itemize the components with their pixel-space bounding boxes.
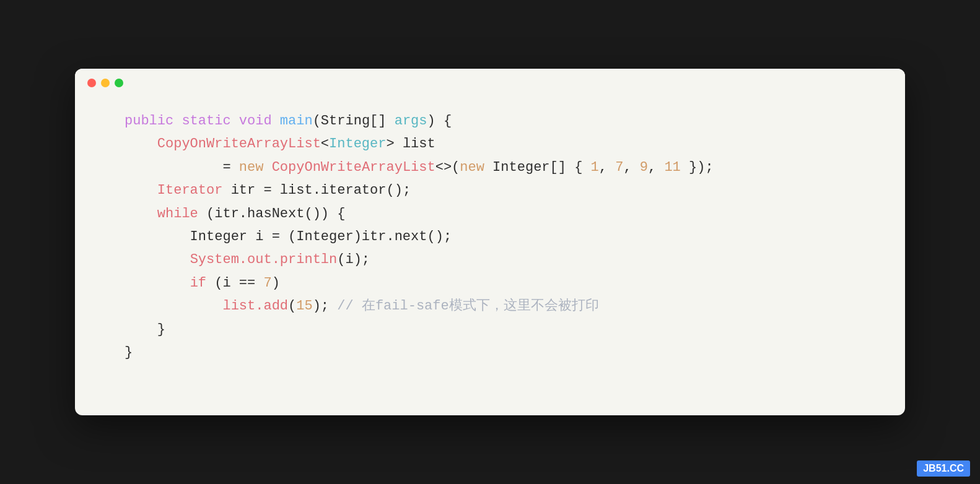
class-cowal: CopyOnWriteArrayList <box>157 132 321 155</box>
keyword-public: public <box>125 110 173 132</box>
code-line-11: } <box>125 341 855 364</box>
type-integer: Integer <box>329 132 386 155</box>
num-9: 9 <box>640 156 648 179</box>
code-line-9: list.add ( 15 ); // 在fail-safe模式下，这里不会被打… <box>125 295 855 318</box>
titlebar <box>75 69 905 97</box>
num-15: 15 <box>296 295 312 318</box>
code-line-10: } <box>125 318 855 341</box>
keyword-static: static <box>182 110 230 132</box>
code-block: public static void main (String[] args )… <box>75 97 905 389</box>
num-7: 7 <box>615 156 623 179</box>
code-line-3: = new CopyOnWriteArrayList <>( new Integ… <box>125 156 855 179</box>
keyword-new-2: new <box>460 156 484 179</box>
keyword-new-1: new <box>239 156 264 179</box>
class-system: System.out.println <box>190 248 338 271</box>
minimize-button[interactable] <box>101 79 110 87</box>
code-line-4: Iterator itr = list.iterator(); <box>125 179 855 202</box>
close-button[interactable] <box>87 79 96 87</box>
keyword-void: void <box>239 110 272 132</box>
param-args: args <box>395 110 427 132</box>
code-line-2: CopyOnWriteArrayList < Integer > list <box>125 132 855 155</box>
code-line-8: if (i == 7 ) <box>125 272 855 295</box>
method-main: main <box>280 110 313 132</box>
class-iterator: Iterator <box>157 179 223 202</box>
num-1: 1 <box>591 156 599 179</box>
keyword-while: while <box>157 202 198 225</box>
code-line-1: public static void main (String[] args )… <box>125 110 855 132</box>
keyword-if: if <box>190 272 206 295</box>
code-window: public static void main (String[] args )… <box>75 69 905 415</box>
num-7-cond: 7 <box>263 272 271 295</box>
code-line-7: System.out.println (i); <box>125 248 855 271</box>
code-line-5: while (itr.hasNext()) { <box>125 202 855 225</box>
class-cowal-2: CopyOnWriteArrayList <box>272 156 435 179</box>
maximize-button[interactable] <box>115 79 123 87</box>
num-11: 11 <box>664 156 680 179</box>
comment-text: // 在fail-safe模式下，这里不会被打印 <box>337 295 598 318</box>
watermark: JB51.CC <box>917 460 970 477</box>
code-line-6: Integer i = (Integer)itr.next(); <box>125 225 855 248</box>
method-list-add: list.add <box>222 295 288 318</box>
